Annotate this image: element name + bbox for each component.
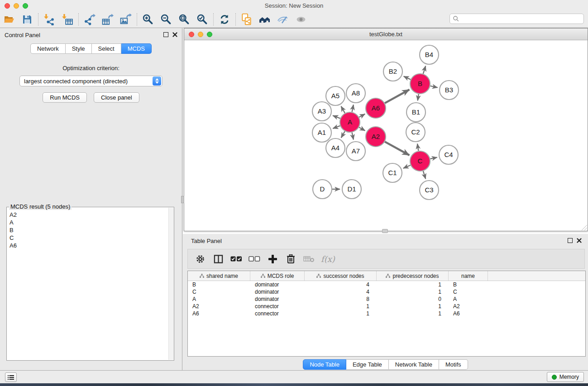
open-session-icon[interactable] — [0, 13, 18, 26]
zoom-fit-icon[interactable] — [175, 13, 193, 26]
graph-edge-C-C2[interactable] — [417, 144, 418, 151]
tab-select[interactable]: Select — [92, 43, 121, 54]
table-cell[interactable]: C — [449, 289, 488, 295]
table-cell[interactable]: 1 — [377, 281, 449, 288]
graph-edge-B-B2[interactable] — [404, 76, 411, 80]
graph-edge-B-B3[interactable] — [430, 86, 437, 88]
table-cell[interactable]: 1 — [377, 303, 449, 310]
graph-edge-A-A4[interactable] — [341, 131, 345, 138]
show-panels-list-button[interactable] — [5, 372, 17, 382]
graph-edge-A-A8[interactable] — [352, 105, 354, 112]
gear-icon[interactable] — [194, 253, 206, 264]
graph-edge-A-A7[interactable] — [352, 133, 354, 140]
table-row[interactable]: A2connector11A2 — [188, 303, 585, 310]
vertical-splitter-handle[interactable] — [181, 196, 184, 203]
select-all-icon[interactable] — [230, 253, 242, 264]
table-row[interactable]: A6connector11A6 — [188, 310, 585, 317]
table-cell[interactable]: 1 — [305, 303, 377, 310]
graph-edge-C-C3[interactable] — [423, 171, 425, 179]
mcds-result-item[interactable]: A2 — [7, 211, 168, 219]
column-header-predecessor-nodes[interactable]: predecessor nodes — [377, 271, 449, 281]
add-row-icon[interactable] — [267, 253, 278, 264]
close-panel-button[interactable]: Close panel — [94, 92, 139, 103]
close-table-panel-icon[interactable] — [577, 238, 582, 243]
table-cell[interactable]: dominator — [250, 281, 305, 288]
table-cell[interactable]: 4 — [305, 281, 377, 288]
graph-edge-C-C1[interactable] — [403, 165, 411, 168]
tab-edge-table[interactable]: Edge Table — [346, 359, 389, 370]
result-scrollbar[interactable] — [168, 208, 174, 360]
close-panel-icon[interactable] — [172, 32, 177, 37]
table-cell[interactable]: A — [449, 296, 488, 302]
table-cell[interactable]: dominator — [250, 296, 305, 302]
column-header-MCDS-role[interactable]: MCDS role — [250, 271, 305, 281]
network-graph-view[interactable]: B4B2BB3B1C2A5A8A6A3AA1A2A4A7C4CC1C3DD1 — [184, 40, 588, 231]
table-cell[interactable]: B — [188, 281, 250, 288]
column-header-shared-name[interactable]: shared name — [188, 271, 250, 281]
tab-mcds[interactable]: MCDS — [121, 43, 152, 54]
table-cell[interactable]: dominator — [250, 289, 305, 295]
table-cell[interactable]: A6 — [188, 310, 250, 317]
table-row[interactable]: Adominator80A — [188, 295, 585, 303]
horizontal-splitter-handle[interactable] — [382, 229, 388, 233]
table-cell[interactable]: 1 — [377, 289, 449, 295]
duplicate-network-icon[interactable] — [238, 13, 256, 26]
split-columns-icon[interactable] — [212, 253, 224, 264]
column-header-name[interactable]: name — [449, 271, 488, 281]
table-cell[interactable]: 4 — [305, 289, 377, 295]
tab-network-table[interactable]: Network Table — [389, 359, 439, 370]
save-session-icon[interactable] — [18, 13, 36, 26]
table-row[interactable]: Bdominator41B — [188, 281, 585, 288]
refresh-icon[interactable] — [215, 13, 234, 26]
table-cell[interactable]: C — [188, 289, 250, 295]
optimization-criterion-dropdown[interactable]: largest connected component (directed) — [19, 76, 163, 86]
hide-panel-icon[interactable] — [274, 13, 292, 26]
column-header-successor-nodes[interactable]: successor nodes — [305, 271, 377, 281]
table-cell[interactable]: A — [188, 296, 250, 302]
tab-style[interactable]: Style — [66, 43, 92, 54]
tab-motifs[interactable]: Motifs — [439, 359, 468, 370]
table-cell[interactable]: 8 — [305, 296, 377, 302]
graph-edge-A-A5[interactable] — [341, 106, 345, 113]
graph-edge-A-A6[interactable] — [359, 114, 365, 117]
graph-edge-A6-B[interactable] — [385, 90, 409, 103]
unselect-all-icon[interactable] — [249, 253, 260, 264]
table-cell[interactable]: B — [449, 281, 488, 288]
network-window-titlebar[interactable]: testGlobe.txt — [184, 29, 588, 40]
import-network-icon[interactable] — [40, 13, 58, 26]
graph-edge-B-B4[interactable] — [423, 66, 425, 74]
node-table[interactable]: shared nameMCDS rolesuccessor nodesprede… — [187, 271, 586, 357]
network-view-window[interactable]: testGlobe.txt B4B2BB3B1C2A5A8A6A3AA1A2A4… — [184, 28, 588, 231]
import-table-icon[interactable] — [58, 13, 76, 26]
search-field[interactable] — [449, 14, 584, 24]
table-cell[interactable]: A2 — [449, 303, 488, 310]
table-cell[interactable]: 0 — [377, 296, 449, 302]
mcds-result-item[interactable]: C — [7, 234, 168, 242]
tab-node-table[interactable]: Node Table — [303, 359, 346, 370]
table-cell[interactable]: 1 — [305, 310, 377, 317]
table-cell[interactable]: connector — [250, 310, 305, 317]
table-cell[interactable]: A2 — [188, 303, 250, 310]
float-panel-icon[interactable] — [163, 32, 168, 37]
graph-edge-B-B1[interactable] — [418, 94, 419, 100]
zoom-selected-icon[interactable] — [193, 13, 211, 26]
table-row[interactable]: Cdominator41C — [188, 288, 585, 295]
show-panel-icon[interactable] — [292, 13, 310, 26]
export-table-icon[interactable] — [99, 13, 117, 26]
graph-edge-A-A3[interactable] — [333, 115, 340, 118]
mcds-result-item[interactable]: A6 — [7, 242, 168, 249]
zoom-in-icon[interactable] — [139, 13, 157, 26]
home-icon[interactable] — [256, 13, 274, 26]
table-cell[interactable]: A6 — [449, 310, 488, 317]
export-image-icon[interactable] — [117, 13, 135, 26]
float-table-panel-icon[interactable] — [568, 238, 573, 243]
mcds-result-list[interactable]: A2ABCA6 — [7, 211, 168, 360]
zoom-out-icon[interactable] — [157, 13, 175, 26]
search-input[interactable] — [459, 16, 583, 22]
memory-button[interactable]: Memory — [547, 372, 584, 382]
graph-edge-A2-C[interactable] — [385, 142, 409, 155]
run-mcds-button[interactable]: Run MCDS — [43, 92, 87, 103]
tab-network[interactable]: Network — [30, 43, 66, 54]
export-network-icon[interactable] — [81, 13, 99, 26]
graph-edge-A-A2[interactable] — [359, 127, 365, 131]
